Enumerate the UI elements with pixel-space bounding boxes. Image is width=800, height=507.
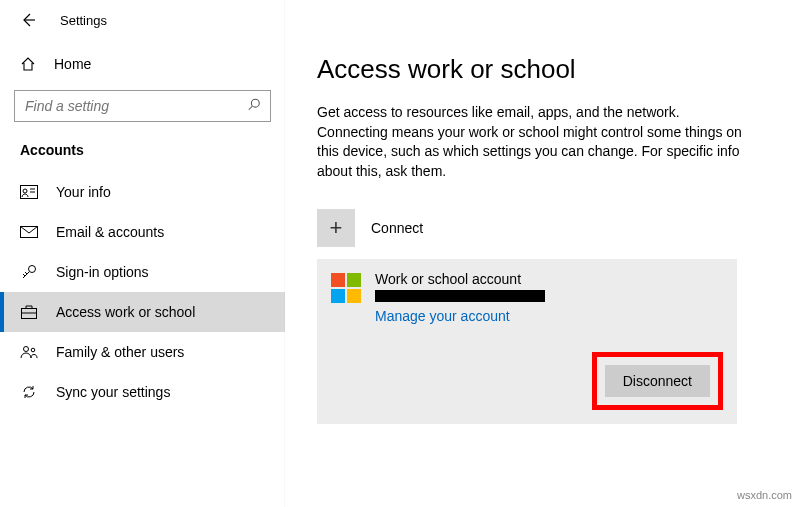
microsoft-logo-icon <box>331 273 361 303</box>
svg-point-8 <box>29 266 36 273</box>
sidebar-item-label: Email & accounts <box>56 224 164 240</box>
sidebar-item-access-work-school[interactable]: Access work or school <box>0 292 285 332</box>
disconnect-wrap: Disconnect <box>331 352 723 410</box>
account-email-redacted <box>375 290 545 302</box>
home-icon <box>20 56 36 72</box>
sidebar-item-label: Family & other users <box>56 344 184 360</box>
people-icon <box>20 345 38 359</box>
svg-line-2 <box>249 106 253 110</box>
sidebar-item-email-accounts[interactable]: Email & accounts <box>0 212 285 252</box>
sidebar-item-label: Access work or school <box>56 304 195 320</box>
svg-point-4 <box>23 189 27 193</box>
disconnect-button[interactable]: Disconnect <box>605 365 710 397</box>
header-row: Settings <box>0 12 285 46</box>
sidebar-item-label: Your info <box>56 184 111 200</box>
user-badge-icon <box>20 185 38 199</box>
sidebar: Settings Home Accounts Your info Email &… <box>0 0 285 507</box>
page-description: Get access to resources like email, apps… <box>317 103 747 181</box>
section-header: Accounts <box>0 136 285 172</box>
main-panel: Access work or school Get access to reso… <box>285 0 800 507</box>
sidebar-item-your-info[interactable]: Your info <box>0 172 285 212</box>
sidebar-item-label: Sign-in options <box>56 264 149 280</box>
manage-account-link[interactable]: Manage your account <box>375 308 510 324</box>
sidebar-item-family-users[interactable]: Family & other users <box>0 332 285 372</box>
briefcase-icon <box>20 305 38 319</box>
sync-icon <box>20 384 38 400</box>
account-title: Work or school account <box>375 271 545 287</box>
watermark: wsxdn.com <box>737 489 792 501</box>
connect-label: Connect <box>371 220 423 236</box>
mail-icon <box>20 226 38 238</box>
search-wrap <box>14 90 271 122</box>
highlight-box: Disconnect <box>592 352 723 410</box>
svg-point-1 <box>251 99 259 107</box>
search-input[interactable] <box>14 90 271 122</box>
search-icon[interactable] <box>247 98 261 115</box>
connect-button[interactable]: + Connect <box>317 209 776 247</box>
sidebar-item-label: Sync your settings <box>56 384 170 400</box>
key-icon <box>20 264 38 280</box>
account-card[interactable]: Work or school account Manage your accou… <box>317 259 737 424</box>
app-title: Settings <box>60 13 107 28</box>
back-arrow-icon[interactable] <box>20 12 36 28</box>
page-title: Access work or school <box>317 54 776 85</box>
home-label: Home <box>54 56 91 72</box>
account-header: Work or school account Manage your accou… <box>331 271 723 324</box>
account-info: Work or school account Manage your accou… <box>375 271 545 324</box>
home-nav[interactable]: Home <box>0 46 285 82</box>
sidebar-item-signin-options[interactable]: Sign-in options <box>0 252 285 292</box>
sidebar-item-sync-settings[interactable]: Sync your settings <box>0 372 285 412</box>
svg-point-12 <box>31 348 35 352</box>
svg-point-11 <box>24 347 29 352</box>
plus-icon: + <box>317 209 355 247</box>
